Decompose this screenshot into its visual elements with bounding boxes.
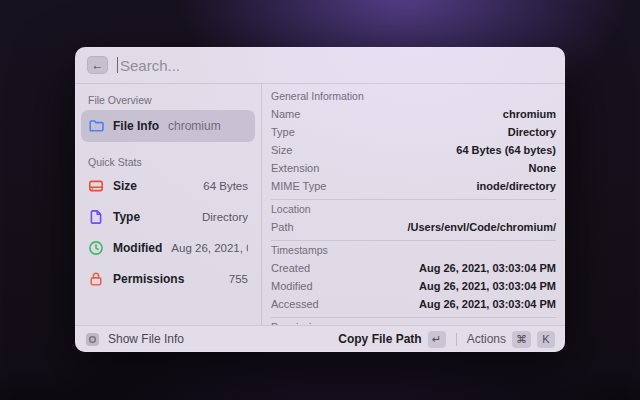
detail-row: Accessed Aug 26, 2021, 03:03:04 PM [271, 295, 556, 313]
launcher-window: ← File Overview File Info chromium Quick… [75, 47, 565, 352]
detail-row: Type Directory [271, 123, 556, 141]
section-timestamps: Timestamps Created Aug 26, 2021, 03:03:0… [271, 240, 556, 313]
actions-menu-button[interactable]: Actions [467, 332, 506, 346]
footer-right: Copy File Path ↵ Actions ⌘ K [338, 331, 555, 348]
detail-value: Directory [508, 126, 556, 138]
section-location: Location Path /Users/envl/Code/chromium/ [271, 199, 556, 236]
detail-row: Created Aug 26, 2021, 03:03:04 PM [271, 259, 556, 277]
hard-drive-icon [88, 178, 104, 194]
detail-row: MIME Type inode/directory [271, 177, 556, 195]
detail-label: Modified [271, 280, 313, 292]
stat-value: 64 Bytes [146, 180, 248, 192]
detail-value: Aug 26, 2021, 03:03:04 PM [419, 262, 556, 274]
detail-row: Modified Aug 26, 2021, 03:03:04 PM [271, 277, 556, 295]
detail-section-title: General Information [271, 87, 556, 105]
stat-value: 755 [193, 273, 248, 285]
section-title-file-overview: File Overview [81, 92, 255, 108]
main-area: File Overview File Info chromium Quick S… [75, 84, 565, 325]
app-icon [85, 332, 100, 347]
folder-icon [88, 118, 104, 134]
stat-label: Size [113, 179, 137, 193]
footer-left: Show File Info [85, 332, 184, 347]
search-bar: ← [75, 47, 565, 84]
k-key-icon: K [537, 331, 555, 348]
detail-row: Name chromium [271, 105, 556, 123]
detail-value: Aug 26, 2021, 03:03:04 PM [419, 298, 556, 310]
detail-value: 64 Bytes (64 bytes) [456, 144, 556, 156]
arrow-left-icon: ← [92, 58, 104, 72]
detail-label: Created [271, 262, 310, 274]
detail-label: Name [271, 108, 300, 120]
lock-icon [88, 271, 104, 287]
back-button[interactable]: ← [87, 56, 108, 74]
command-key-icon: ⌘ [512, 331, 531, 348]
detail-row: Path /Users/envl/Code/chromium/ [271, 218, 556, 236]
stat-row-permissions[interactable]: Permissions 755 [81, 263, 255, 294]
stat-row-size[interactable]: Size 64 Bytes [81, 170, 255, 201]
detail-section-title: Location [271, 200, 556, 218]
section-permissions-clipped: Permissions [271, 317, 556, 325]
footer-app-label: Show File Info [108, 332, 184, 346]
sidebar-item-subtitle: chromium [168, 119, 221, 133]
details-panel: General Information Name chromium Type D… [262, 84, 565, 325]
return-key-icon: ↵ [428, 331, 446, 348]
section-general-information: General Information Name chromium Type D… [271, 87, 556, 195]
document-icon [88, 209, 104, 225]
detail-row: Extension None [271, 159, 556, 177]
detail-value: None [529, 162, 557, 174]
search-input[interactable] [118, 57, 553, 74]
sidebar-item-label: File Info [113, 119, 159, 133]
detail-value: /Users/envl/Code/chromium/ [407, 221, 556, 233]
stat-value: Aug 26, 2021, 03:0... [171, 242, 248, 254]
detail-label: Size [271, 144, 292, 156]
copy-file-path-action[interactable]: Copy File Path [338, 332, 421, 346]
section-title-quick-stats: Quick Stats [81, 154, 255, 170]
detail-value: Aug 26, 2021, 03:03:04 PM [419, 280, 556, 292]
stat-row-modified[interactable]: Modified Aug 26, 2021, 03:0... [81, 232, 255, 263]
sidebar-item-file-info[interactable]: File Info chromium [81, 110, 255, 142]
stat-row-type[interactable]: Type Directory [81, 201, 255, 232]
stat-label: Type [113, 210, 140, 224]
stat-value: Directory [149, 211, 248, 223]
detail-section-title: Permissions [271, 318, 556, 325]
clock-icon [88, 240, 104, 256]
detail-section-title: Timestamps [271, 241, 556, 259]
detail-value: chromium [503, 108, 556, 120]
stat-label: Modified [113, 241, 162, 255]
stat-label: Permissions [113, 272, 184, 286]
detail-label: Type [271, 126, 295, 138]
footer-separator [456, 333, 457, 346]
detail-label: Path [271, 221, 294, 233]
detail-label: MIME Type [271, 180, 326, 192]
detail-label: Extension [271, 162, 319, 174]
detail-value: inode/directory [477, 180, 556, 192]
sidebar: File Overview File Info chromium Quick S… [75, 84, 262, 325]
footer-bar: Show File Info Copy File Path ↵ Actions … [75, 325, 565, 352]
detail-row: Size 64 Bytes (64 bytes) [271, 141, 556, 159]
detail-label: Accessed [271, 298, 319, 310]
